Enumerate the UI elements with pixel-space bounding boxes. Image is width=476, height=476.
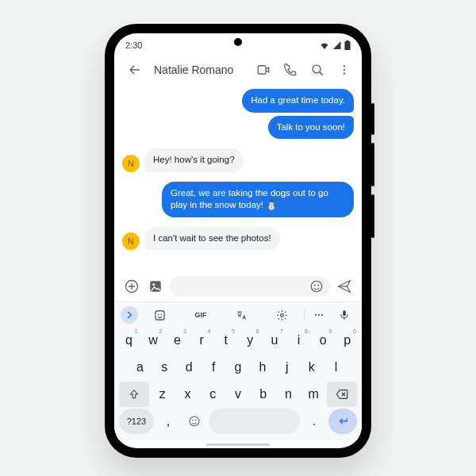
key-u[interactable]: u7 xyxy=(263,328,286,353)
key-l[interactable]: l xyxy=(324,355,347,380)
message-row: Talk to you soon! xyxy=(122,116,354,140)
sent-message[interactable]: Had a great time today. xyxy=(242,89,354,113)
sent-message[interactable]: Talk to you soon! xyxy=(268,116,354,140)
conversation-header: Natalie Romano xyxy=(114,54,362,86)
nav-pill xyxy=(206,443,270,446)
backspace-key[interactable] xyxy=(327,382,357,407)
contact-name[interactable]: Natalie Romano xyxy=(149,63,249,76)
key-b[interactable]: b xyxy=(251,382,275,407)
svg-point-14 xyxy=(315,314,317,316)
key-q[interactable]: q1 xyxy=(117,328,140,353)
back-button[interactable] xyxy=(122,57,148,83)
emoji-key[interactable] xyxy=(182,409,206,434)
side-button xyxy=(371,143,374,186)
enter-key[interactable] xyxy=(328,409,357,434)
avatar[interactable]: N xyxy=(122,155,140,172)
key-h[interactable]: h xyxy=(251,355,274,380)
key-e[interactable]: e3 xyxy=(166,328,189,353)
keyboard-row: ?123 , . xyxy=(117,409,359,434)
svg-point-12 xyxy=(161,313,163,315)
shift-key[interactable] xyxy=(119,382,149,407)
key-x[interactable]: x xyxy=(176,382,200,407)
gallery-button[interactable] xyxy=(146,277,165,296)
message-row: Great, we are taking the dogs out to go … xyxy=(122,182,354,217)
voice-call-button[interactable] xyxy=(278,57,303,83)
voice-input-button[interactable] xyxy=(333,309,355,321)
sticker-button[interactable] xyxy=(141,309,178,321)
key-j[interactable]: j xyxy=(275,355,298,380)
key-c[interactable]: c xyxy=(201,382,225,407)
side-button xyxy=(371,194,374,238)
phone-frame: 2:30 Natalie Romano xyxy=(105,24,371,458)
svg-point-9 xyxy=(317,285,319,286)
settings-button[interactable] xyxy=(263,309,301,321)
key-p[interactable]: p0 xyxy=(336,328,359,353)
gesture-nav-bar[interactable] xyxy=(114,440,362,448)
emoji-icon[interactable] xyxy=(309,279,324,294)
key-m[interactable]: m xyxy=(301,382,325,407)
toolbar-expand-button[interactable] xyxy=(121,306,138,324)
keyboard-row: asdfghjkl xyxy=(117,355,359,380)
key-z[interactable]: z xyxy=(151,382,175,407)
key-w[interactable]: w2 xyxy=(142,328,165,353)
compose-bar xyxy=(114,273,362,301)
key-r[interactable]: r4 xyxy=(190,328,213,353)
svg-rect-10 xyxy=(155,310,164,319)
key-a[interactable]: a xyxy=(129,355,152,380)
received-message[interactable]: Hey! how's it going? xyxy=(144,148,244,172)
avatar[interactable]: N xyxy=(122,232,140,250)
video-call-button[interactable] xyxy=(251,57,276,83)
keyboard-toolbar: GIF xyxy=(117,304,359,326)
svg-point-0 xyxy=(313,65,321,73)
symbols-key[interactable]: ?123 xyxy=(119,409,154,434)
received-message[interactable]: I can't wait to see the photos! xyxy=(144,227,280,251)
status-bar: 2:30 xyxy=(114,33,362,54)
message-row: N Hey! how's it going? xyxy=(122,148,354,172)
svg-point-1 xyxy=(344,65,345,67)
gif-button[interactable]: GIF xyxy=(182,311,219,319)
search-button[interactable] xyxy=(305,57,330,83)
svg-point-16 xyxy=(321,314,323,316)
keyboard-row: zxcvbnm xyxy=(117,382,359,407)
key-t[interactable]: t5 xyxy=(214,328,237,353)
battery-icon xyxy=(344,40,351,50)
period-key[interactable]: . xyxy=(302,409,326,434)
svg-point-18 xyxy=(190,416,199,426)
key-o[interactable]: o9 xyxy=(312,328,335,353)
wifi-icon xyxy=(320,41,329,49)
send-button[interactable] xyxy=(335,277,354,296)
key-g[interactable]: g xyxy=(227,355,250,380)
key-s[interactable]: s xyxy=(153,355,176,380)
message-row: Had a great time today. xyxy=(122,89,354,113)
message-input[interactable] xyxy=(170,276,330,297)
svg-point-11 xyxy=(158,313,159,315)
sent-message[interactable]: Great, we are taking the dogs out to go … xyxy=(162,182,354,217)
side-button xyxy=(371,103,374,135)
svg-point-3 xyxy=(344,72,345,74)
spacebar-key[interactable] xyxy=(209,409,300,434)
key-y[interactable]: y6 xyxy=(239,328,262,353)
add-attachment-button[interactable] xyxy=(122,277,141,296)
translate-button[interactable] xyxy=(223,309,260,321)
key-f[interactable]: f xyxy=(202,355,225,380)
key-k[interactable]: k xyxy=(300,355,323,380)
message-row: N I can't wait to see the photos! xyxy=(122,227,354,251)
svg-point-2 xyxy=(344,69,345,71)
signal-icon xyxy=(332,41,341,49)
key-v[interactable]: v xyxy=(226,382,250,407)
status-time: 2:30 xyxy=(125,40,142,50)
key-n[interactable]: n xyxy=(277,382,301,407)
svg-point-7 xyxy=(311,281,322,292)
svg-point-15 xyxy=(318,314,320,316)
key-d[interactable]: d xyxy=(178,355,201,380)
svg-point-19 xyxy=(192,420,194,421)
key-i[interactable]: i8 xyxy=(287,328,310,353)
comma-key[interactable]: , xyxy=(156,409,180,434)
toolbar-more-button[interactable] xyxy=(308,309,330,321)
svg-point-6 xyxy=(152,283,155,286)
svg-point-20 xyxy=(195,420,197,421)
svg-point-8 xyxy=(314,285,316,286)
more-menu-button[interactable] xyxy=(332,57,357,83)
message-list[interactable]: Had a great time today. Talk to you soon… xyxy=(114,86,362,273)
keyboard-row: q1w2e3r4t5y6u7i8o9p0 xyxy=(117,328,359,353)
